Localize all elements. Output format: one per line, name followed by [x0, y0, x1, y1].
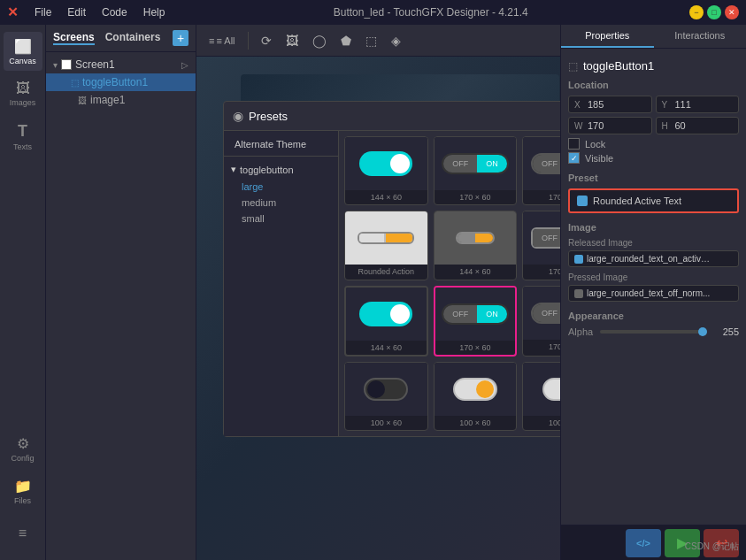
- presets-body: Alternate Theme ▾ togglebutton large med…: [224, 131, 560, 436]
- tab-containers[interactable]: Containers: [105, 31, 161, 45]
- tool-config[interactable]: ⚙ Config: [4, 429, 42, 468]
- togglebutton-group[interactable]: ▾ togglebutton: [224, 160, 338, 179]
- image1-item[interactable]: 🖼 image1: [46, 91, 196, 109]
- layers-icon: ◈: [391, 34, 401, 48]
- y-value: 111: [675, 99, 691, 110]
- x-value: 185: [588, 99, 604, 110]
- diamond-icon: ⬟: [341, 34, 351, 48]
- h-field[interactable]: H 60: [656, 117, 740, 134]
- tab-screens[interactable]: Screens: [53, 31, 95, 45]
- tb-circle[interactable]: ◯: [307, 31, 332, 50]
- preset-card-selected[interactable]: OFF ON 170 × 60: [434, 286, 518, 357]
- menu-code[interactable]: Code: [95, 4, 135, 20]
- tb-layers[interactable]: ◈: [386, 31, 406, 50]
- tab-interactions[interactable]: Interactions: [654, 25, 747, 48]
- preset-card-off-on[interactable]: OFF ON 170 × 60: [434, 136, 518, 205]
- location-xy-row: X 185 Y 111: [568, 96, 739, 113]
- image1-icon: 🖼: [78, 96, 87, 105]
- preset-card-off-on-dark-2[interactable]: OFF ON 170 × 60: [522, 286, 560, 357]
- preset-card-knob-orange[interactable]: 100 × 60: [434, 362, 518, 431]
- properties-content: ⬚ toggleButton1 Location X 185 Y 111: [561, 49, 746, 525]
- tab-properties[interactable]: Properties: [561, 25, 654, 48]
- preset-card-img-9: OFF ON: [523, 287, 560, 340]
- preset-label-2: 170 × 60: [435, 190, 517, 205]
- toggle-off-on-selected: OFF ON: [442, 303, 509, 325]
- lock-row: Lock: [568, 138, 739, 150]
- tool-images[interactable]: 🖼 Images: [4, 74, 42, 113]
- preset-section-title: Preset: [568, 173, 739, 183]
- menu-help[interactable]: Help: [136, 4, 173, 20]
- y-field[interactable]: Y 111: [656, 96, 740, 113]
- location-wh-row: W 170 H 60: [568, 117, 739, 134]
- tb-refresh[interactable]: ⟳: [256, 31, 277, 50]
- tool-files[interactable]: 📁 Files: [4, 472, 42, 510]
- canvas-background: OFF ON ◉ Presets ⊞: [196, 57, 560, 560]
- all-button[interactable]: ≡ ≡ All: [204, 33, 241, 49]
- presets-modal: ◉ Presets ⊞ ≡ Alternate Theme: [223, 101, 560, 437]
- tb-diamond[interactable]: ⬟: [335, 31, 357, 50]
- h-label: H: [662, 121, 673, 131]
- refresh-icon: ⟳: [261, 34, 272, 48]
- screen1-item[interactable]: ▾ Screen1 ▷: [46, 56, 196, 73]
- alpha-thumb[interactable]: [698, 327, 707, 336]
- menu-edit[interactable]: Edit: [60, 4, 93, 20]
- minimize-button[interactable]: −: [689, 5, 704, 19]
- all-label: ≡ All: [216, 35, 235, 46]
- rect-icon: ⬚: [365, 34, 377, 48]
- preset-card-orange-border[interactable]: OFF ON 170 × 60: [522, 211, 560, 280]
- lock-checkbox[interactable]: [568, 138, 580, 150]
- image-section-title: Image: [568, 222, 739, 233]
- preset-card-slider-cyan-2[interactable]: 144 × 60: [344, 286, 428, 357]
- toggle-knob-orange: [453, 378, 497, 401]
- images-label: Images: [10, 98, 36, 107]
- preset-card-rect-orange[interactable]: Rounded Action 144 × 60: [344, 211, 428, 280]
- preset-alternate-theme[interactable]: Alternate Theme: [224, 136, 338, 152]
- preset-card-off-on-dark[interactable]: OFF ON 170 × 60: [522, 136, 560, 205]
- preset-card-knob-dark[interactable]: 100 × 60: [344, 362, 428, 431]
- released-image-value[interactable]: large_rounded_text_on_active...: [568, 250, 739, 267]
- close-button[interactable]: ✕: [725, 5, 739, 19]
- tool-canvas[interactable]: ⬜ Canvas: [4, 32, 42, 71]
- rect-off: [359, 234, 386, 242]
- alpha-value: 255: [714, 326, 739, 337]
- screen-panel: Screens Containers + ▾ Screen1 ▷ ⬚ toggl…: [46, 25, 196, 560]
- menu-file[interactable]: File: [27, 4, 58, 20]
- tool-more[interactable]: ≡: [4, 514, 42, 553]
- togglebutton1-item[interactable]: ⬚ toggleButton1: [46, 73, 196, 91]
- screen1-checkbox[interactable]: [61, 59, 72, 70]
- preset-card-rect-flat[interactable]: 144 × 60: [434, 211, 518, 280]
- add-screen-button[interactable]: +: [173, 30, 188, 46]
- code-icon: </>: [636, 538, 650, 548]
- on-label: ON: [477, 155, 507, 173]
- texts-icon: T: [18, 122, 27, 141]
- toggle-orange-flat: [456, 232, 495, 244]
- pressed-image-value[interactable]: large_rounded_text_off_norm...: [568, 285, 739, 302]
- released-image-label: Released Image: [568, 238, 739, 248]
- tools-bar: ⬜ Canvas 🖼 Images T Texts ⚙ Config 📁 Fil…: [0, 25, 46, 560]
- sidebar-divider: [224, 156, 338, 157]
- preset-card-img-5: [435, 211, 517, 265]
- preset-label-7: 144 × 60: [346, 341, 427, 357]
- preset-medium[interactable]: medium: [224, 195, 338, 211]
- x-field[interactable]: X 185: [568, 96, 652, 113]
- w-field[interactable]: W 170: [568, 117, 652, 134]
- alpha-track[interactable]: [600, 330, 707, 334]
- expand-arrow: ▾: [53, 60, 58, 70]
- visible-checkbox[interactable]: ✓: [568, 152, 580, 164]
- preset-card-knob-cyan[interactable]: 100 × 60: [522, 362, 560, 431]
- preset-card-img-7: [346, 288, 427, 341]
- presets-header: ◉ Presets ⊞ ≡: [224, 102, 560, 131]
- tb-rect[interactable]: ⬚: [360, 31, 382, 50]
- tb-image[interactable]: 🖼: [281, 31, 304, 50]
- code-button[interactable]: </>: [626, 529, 661, 557]
- preset-value-box[interactable]: Rounded Active Text: [568, 188, 739, 213]
- presets-title-label: Presets: [249, 110, 288, 123]
- preset-card-img-3: OFF ON: [523, 137, 560, 190]
- preset-card-slider-cyan[interactable]: 144 × 60: [344, 136, 428, 205]
- slider-knob: [390, 154, 410, 173]
- preset-label-9: 170 × 60: [523, 340, 560, 356]
- maximize-button[interactable]: □: [707, 5, 721, 19]
- preset-large[interactable]: large: [224, 179, 338, 195]
- tool-texts[interactable]: T Texts: [4, 117, 42, 156]
- preset-small[interactable]: small: [224, 211, 338, 226]
